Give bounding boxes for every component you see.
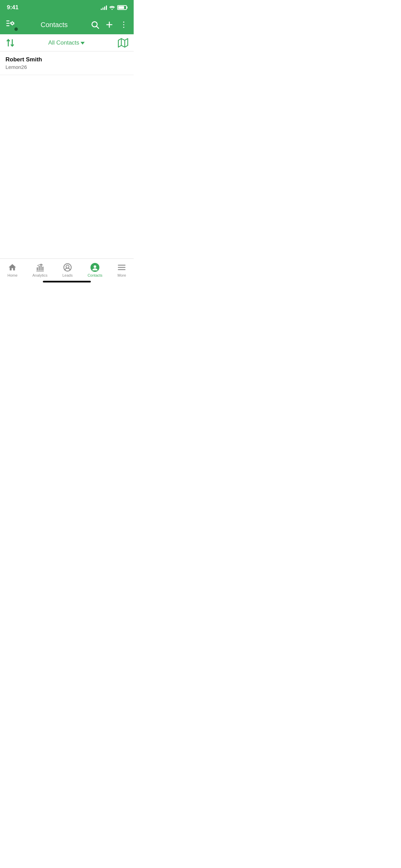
search-button[interactable] — [90, 20, 99, 29]
nav-item-more[interactable]: More — [113, 262, 130, 279]
svg-point-9 — [123, 22, 124, 23]
svg-rect-18 — [38, 266, 39, 270]
home-icon — [8, 263, 17, 272]
svg-point-0 — [112, 9, 113, 10]
nav-label-home: Home — [8, 273, 17, 277]
more-icon — [119, 20, 128, 29]
search-icon — [90, 20, 99, 29]
battery-icon — [117, 5, 127, 10]
svg-point-10 — [123, 24, 124, 25]
status-icons — [101, 5, 127, 10]
toolbar: Contacts — [0, 15, 134, 34]
filter-bar: All Contacts — [0, 34, 134, 51]
map-icon — [118, 38, 128, 48]
leads-icon — [63, 263, 72, 272]
nav-label-analytics: Analytics — [33, 273, 48, 277]
nav-label-more: More — [118, 273, 126, 277]
add-button[interactable] — [105, 20, 114, 29]
wifi-icon — [109, 5, 115, 10]
svg-point-24 — [94, 265, 96, 268]
settings-icon — [5, 19, 15, 28]
signal-icon — [101, 5, 107, 10]
svg-rect-20 — [42, 267, 43, 270]
svg-rect-17 — [37, 267, 38, 270]
contact-name: Robert Smith — [5, 56, 128, 63]
status-time: 9:41 — [7, 4, 19, 11]
svg-marker-14 — [118, 38, 128, 47]
contact-company: Lemon26 — [5, 64, 128, 70]
svg-line-6 — [97, 26, 99, 28]
svg-point-11 — [123, 27, 124, 28]
map-button[interactable] — [118, 38, 128, 48]
nav-item-home[interactable]: Home — [3, 262, 22, 279]
contact-list: Robert Smith Lemon26 — [0, 51, 134, 289]
home-indicator — [43, 281, 91, 282]
sort-icon — [5, 38, 15, 48]
nav-label-contacts: Contacts — [87, 273, 102, 277]
nav-label-leads: Leads — [62, 273, 73, 277]
content-area: Robert Smith Lemon26 — [0, 51, 134, 289]
sort-button[interactable] — [5, 38, 15, 48]
more-nav-icon — [117, 263, 126, 272]
filter-button[interactable]: All Contacts — [48, 39, 85, 46]
settings-button[interactable] — [5, 19, 15, 28]
contacts-icon — [90, 263, 99, 272]
analytics-icon — [36, 263, 45, 272]
svg-point-22 — [66, 265, 69, 268]
toolbar-title: Contacts — [41, 21, 68, 28]
svg-rect-19 — [40, 264, 41, 270]
nav-item-contacts[interactable]: Contacts — [83, 262, 106, 279]
notification-dot — [14, 27, 19, 32]
chevron-down-icon — [81, 42, 85, 45]
more-button[interactable] — [119, 20, 128, 29]
nav-item-analytics[interactable]: Analytics — [28, 262, 52, 279]
bottom-nav: Home Analytics — [0, 258, 134, 289]
status-bar: 9:41 — [0, 0, 134, 15]
nav-item-leads[interactable]: Leads — [58, 262, 77, 279]
filter-label: All Contacts — [48, 39, 80, 46]
table-row[interactable]: Robert Smith Lemon26 — [0, 51, 134, 75]
add-icon — [105, 20, 114, 29]
